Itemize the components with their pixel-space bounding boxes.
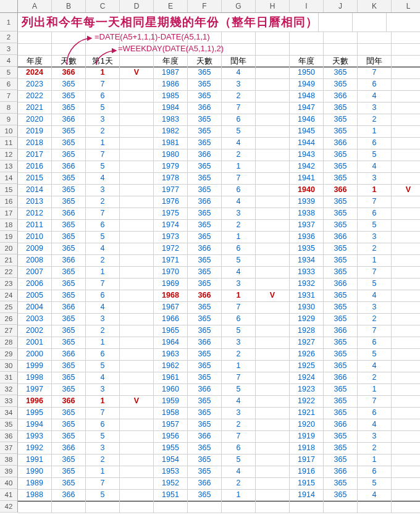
table-cell[interactable]: 3 [86,442,120,455]
table-cell[interactable]: 6 [222,243,256,255]
table-cell[interactable]: 6 [222,313,256,325]
table-cell[interactable]: 1918 [290,442,324,455]
cell-E42[interactable] [154,501,188,513]
cell-D14[interactable] [120,172,154,185]
table-cell[interactable]: 1922 [290,395,324,408]
table-cell[interactable]: 2014 [18,184,52,196]
match-marker[interactable]: V [120,67,154,79]
row-header-13[interactable]: 13 [0,161,18,172]
row-header-22[interactable]: 22 [0,266,18,278]
cell-H34[interactable] [256,407,290,419]
table-cell[interactable]: 3 [358,301,392,314]
cell-L6[interactable] [392,78,420,91]
table-cell[interactable]: 365 [52,90,86,103]
cell-L10[interactable] [392,125,420,138]
table-cell[interactable]: 2001 [18,337,52,349]
column-header-B[interactable]: B [52,0,86,12]
table-cell[interactable]: 366 [324,90,358,103]
table-cell[interactable]: 1914 [290,489,324,501]
table-cell[interactable]: 1942 [290,161,324,173]
table-cell[interactable]: 4 [358,489,392,501]
cell-D29[interactable] [120,348,154,361]
table-cell[interactable]: 2 [86,325,120,337]
table-cell[interactable]: 366 [52,207,86,220]
cell-H42[interactable] [256,501,290,513]
table-header[interactable]: 閏年 [358,55,392,67]
table-cell[interactable]: 365 [52,430,86,443]
table-cell[interactable]: 1964 [154,337,188,349]
table-cell[interactable]: 365 [188,489,222,501]
match-marker[interactable]: V [392,184,420,196]
table-cell[interactable]: 5 [358,219,392,232]
row-header-28[interactable]: 28 [0,337,18,348]
table-cell[interactable]: 1968 [154,290,188,302]
table-cell[interactable]: 1975 [154,207,188,220]
table-cell[interactable]: 1967 [154,301,188,314]
table-cell[interactable]: 3 [86,184,120,196]
cell-H40[interactable] [256,477,290,490]
cell-K3[interactable] [358,43,392,56]
row-header-31[interactable]: 31 [0,372,18,383]
table-cell[interactable]: 1966 [154,313,188,325]
table-cell[interactable]: 1994 [18,419,52,431]
row-header-4[interactable]: 4 [0,55,18,67]
table-cell[interactable]: 1992 [18,442,52,455]
table-cell[interactable]: 7 [358,266,392,279]
table-cell[interactable]: 1915 [290,477,324,490]
cell-L2[interactable] [392,31,420,44]
cell-K2[interactable] [358,31,392,44]
table-cell[interactable]: 365 [188,301,222,314]
row-header-14[interactable]: 14 [0,172,18,184]
cell-B2[interactable] [52,31,86,44]
table-cell[interactable]: 1 [86,137,120,149]
table-cell[interactable]: 1990 [18,466,52,478]
table-cell[interactable]: 365 [188,125,222,138]
table-cell[interactable]: 6 [358,137,392,149]
table-cell[interactable]: 365 [52,325,86,337]
cell-D20[interactable] [120,243,154,255]
table-cell[interactable]: 1934 [290,254,324,267]
table-cell[interactable]: 6 [86,348,120,361]
table-cell[interactable]: 366 [52,489,86,501]
cell-H38[interactable] [256,454,290,466]
column-header-J[interactable]: J [324,0,358,12]
cell-D7[interactable] [120,90,154,103]
match-marker[interactable]: V [120,395,154,408]
table-cell[interactable]: 1965 [154,325,188,337]
cell-F42[interactable] [188,501,222,513]
cell-L41[interactable] [392,489,420,501]
table-cell[interactable]: 1 [86,395,120,408]
table-cell[interactable]: 7 [222,301,256,314]
row-header-34[interactable]: 34 [0,407,18,419]
table-cell[interactable]: 365 [188,254,222,267]
table-cell[interactable]: 3 [222,337,256,349]
table-cell[interactable]: 5 [86,430,120,443]
cell-L17[interactable] [392,207,420,220]
cell-H19[interactable] [256,231,290,243]
table-cell[interactable]: 365 [188,466,222,478]
row-header-16[interactable]: 16 [0,196,18,207]
table-cell[interactable]: 6 [358,78,392,91]
table-cell[interactable]: 2 [358,372,392,384]
cell-D42[interactable] [120,501,154,513]
cell-H29[interactable] [256,348,290,361]
table-cell[interactable]: 1961 [154,372,188,384]
table-cell[interactable]: 1938 [290,207,324,220]
cell-L42[interactable] [392,501,420,513]
table-cell[interactable]: 3 [222,207,256,220]
table-cell[interactable]: 5 [222,325,256,337]
table-cell[interactable]: 7 [86,278,120,290]
table-cell[interactable]: 2 [222,419,256,431]
table-cell[interactable]: 6 [222,114,256,126]
table-cell[interactable]: 366 [52,254,86,267]
table-cell[interactable]: 365 [188,372,222,384]
table-cell[interactable]: 1 [222,161,256,173]
table-cell[interactable]: 365 [324,407,358,419]
row-header-12[interactable]: 12 [0,149,18,161]
table-cell[interactable]: 7 [358,196,392,208]
table-cell[interactable]: 365 [52,149,86,161]
cell-D19[interactable] [120,231,154,243]
table-cell[interactable]: 1971 [154,254,188,267]
table-cell[interactable]: 6 [86,419,120,431]
table-cell[interactable]: 2 [358,243,392,255]
